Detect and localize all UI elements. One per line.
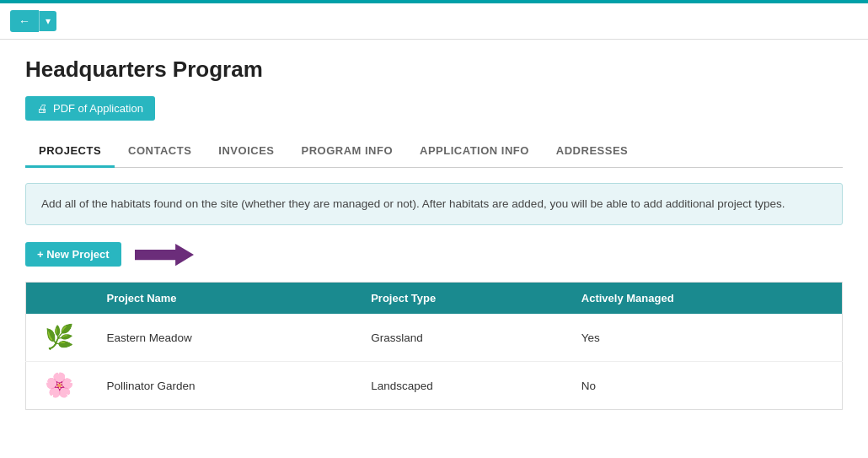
svg-marker-0 xyxy=(135,244,194,266)
dropdown-icon: ▾ xyxy=(46,15,51,27)
project-icon-cell: 🌸 xyxy=(26,362,94,410)
grassland-icon: 🌿 xyxy=(45,324,74,350)
info-box-text: Add all of the habitats found on the sit… xyxy=(41,197,785,210)
tab-program-info[interactable]: PROGRAM INFO xyxy=(287,136,406,168)
new-project-area: + New Project xyxy=(25,242,843,267)
back-button[interactable]: ← xyxy=(10,10,39,32)
page-title: Headquarters Program xyxy=(25,57,843,83)
table-row: 🌿 Eastern Meadow Grassland Yes xyxy=(26,314,843,362)
tab-projects[interactable]: PROJECTS xyxy=(25,136,115,168)
table-header-project-type: Project Type xyxy=(357,283,568,315)
new-project-button[interactable]: + New Project xyxy=(25,242,121,267)
info-box: Add all of the habitats found on the sit… xyxy=(25,183,843,225)
flower-icon: 🌸 xyxy=(45,372,74,398)
actively-managed-cell: No xyxy=(568,362,843,410)
actively-managed-cell: Yes xyxy=(568,314,843,362)
project-name-cell: Eastern Meadow xyxy=(94,314,358,362)
tab-application-info[interactable]: APPLICATION INFO xyxy=(406,136,543,168)
project-type-cell: Landscaped xyxy=(357,362,568,410)
nav-dropdown-button[interactable]: ▾ xyxy=(39,11,56,31)
table-header-icon xyxy=(26,283,94,315)
tabs-container: PROJECTS CONTACTS INVOICES PROGRAM INFO … xyxy=(25,136,843,168)
back-icon: ← xyxy=(19,14,30,28)
project-icon-cell: 🌿 xyxy=(26,314,94,362)
page-content: Headquarters Program 🖨 PDF of Applicatio… xyxy=(0,40,868,427)
table-header-project-name: Project Name xyxy=(94,283,358,315)
tab-addresses[interactable]: ADDRESSES xyxy=(543,136,641,168)
tab-contacts[interactable]: CONTACTS xyxy=(115,136,205,168)
tab-invoices[interactable]: INVOICES xyxy=(205,136,287,168)
table-header-row: Project Name Project Type Actively Manag… xyxy=(26,283,843,315)
project-name-cell: Pollinator Garden xyxy=(94,362,358,410)
table-row: 🌸 Pollinator Garden Landscaped No xyxy=(26,362,843,410)
top-bar: ← ▾ xyxy=(0,0,868,40)
arrow-indicator xyxy=(135,243,194,267)
arrow-icon xyxy=(135,243,194,267)
projects-table: Project Name Project Type Actively Manag… xyxy=(25,282,843,410)
table-header-actively-managed: Actively Managed xyxy=(568,283,843,315)
pdf-button-label: PDF of Application xyxy=(53,102,143,115)
nav-button-group: ← ▾ xyxy=(10,10,56,32)
pdf-button[interactable]: 🖨 PDF of Application xyxy=(25,96,155,121)
project-type-cell: Grassland xyxy=(357,314,568,362)
printer-icon: 🖨 xyxy=(37,102,48,115)
